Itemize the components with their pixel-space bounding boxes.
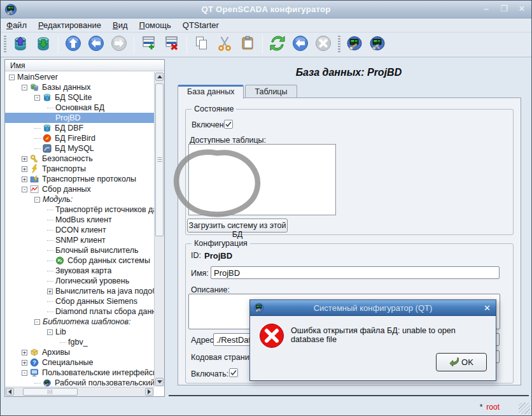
collapse-icon[interactable]: - (34, 319, 40, 325)
menu-файл[interactable]: Файл (1, 19, 32, 31)
vertical-scroll-thumb[interactable] (155, 83, 164, 236)
tree-item-сбор-данных[interactable]: -Сбор данных (5, 184, 154, 194)
tree-item-пользовательские-интерфейсы[interactable]: -Пользовательские интерфейсы (5, 368, 154, 378)
tree-item-модуль-[interactable]: -Модуль: (5, 194, 154, 204)
tree-item-label: Блочный вычислитель (55, 246, 139, 255)
menu-qtstarter[interactable]: QTStarter (177, 19, 225, 31)
tree-item-сбор-данных-siemens[interactable]: Сбор данных Siemens (5, 296, 154, 306)
tree-item-бд-firebird[interactable]: БД FireBird (5, 133, 154, 143)
enable-checkbox[interactable] (229, 368, 238, 377)
toolbar-drag-handle[interactable] (3, 36, 7, 54)
collapse-icon[interactable]: - (22, 187, 27, 192)
expand-icon[interactable]: + (22, 360, 27, 366)
menu-вид[interactable]: Вид (107, 19, 134, 31)
oscada-cfg-icon (368, 34, 386, 55)
qt-ui-button[interactable] (344, 34, 365, 55)
toolbar-drag-handle[interactable] (337, 36, 341, 54)
tree-item-библиотека-шаблонов-[interactable]: -Библиотека шаблонов: (5, 317, 154, 327)
load-from-db-button[interactable] (10, 34, 31, 55)
tree-item-diamond-платы-сбора-данны[interactable]: Diamond платы сбора данны (5, 306, 154, 317)
tree-item-основная-бд[interactable]: Основная БД (5, 103, 154, 113)
tree-item-логический-уровень[interactable]: Логический уровень (5, 276, 154, 286)
expand-icon[interactable]: + (22, 156, 27, 162)
tree-item-блочный-вычислитель[interactable]: Блочный вычислитель (5, 245, 154, 255)
protocol-icon (30, 175, 39, 183)
tree-item-mainserver[interactable]: -MainServer (5, 72, 154, 82)
tree-item-специальные[interactable]: +?Специальные (5, 357, 154, 368)
collapse-icon[interactable]: - (47, 329, 53, 335)
expand-icon[interactable]: + (47, 289, 53, 294)
expand-icon[interactable]: + (22, 166, 27, 172)
save-to-db-button[interactable] (32, 34, 54, 55)
collapse-icon[interactable]: - (9, 75, 15, 80)
tree-item-бд-mysql[interactable]: БД MySQL (5, 143, 154, 154)
refresh-button[interactable] (267, 34, 288, 55)
tree-item-fgbv-[interactable]: fgbv_ (5, 337, 154, 347)
copy-button[interactable] (191, 34, 213, 55)
tree-item-архивы[interactable]: +Архивы (5, 347, 154, 357)
add-item-button[interactable] (138, 34, 160, 55)
name-input[interactable] (211, 266, 500, 279)
start-button[interactable] (290, 34, 311, 55)
tab-database[interactable]: База данных (178, 85, 244, 99)
tree-item-звуковая-карта[interactable]: Звуковая карта (5, 266, 154, 276)
tree-item-безопасность[interactable]: +Безопасность (5, 154, 154, 164)
close-button[interactable]: ✕ (516, 3, 528, 15)
tree-item-modbus-клиент[interactable]: ModBus клиент (5, 215, 154, 225)
tree-item-базы-данных[interactable]: -Базы данных (5, 82, 154, 92)
resize-grip-icon[interactable] (519, 403, 530, 414)
tree-item-транспорты[interactable]: +Транспорты (5, 164, 154, 174)
qt-cfg-button[interactable] (367, 34, 388, 55)
tree-item-транспорт-р-источников-дан[interactable]: Транспортёр источников дан (5, 204, 154, 215)
dialog-close-icon[interactable]: ✕ (484, 303, 491, 313)
tree-vertical-scrollbar[interactable] (154, 72, 164, 387)
ok-button[interactable]: OK (436, 353, 487, 371)
expand-icon[interactable]: + (22, 350, 27, 355)
collapse-icon[interactable]: - (34, 197, 40, 203)
tree-item-рабочий-пользовательский[interactable]: Рабочий пользовательский (5, 378, 154, 387)
scroll-up-icon[interactable] (155, 73, 164, 81)
current-user: root (486, 403, 500, 412)
forward-button[interactable] (108, 34, 130, 55)
maximize-button[interactable]: ❐ (498, 3, 510, 15)
tree-item-projbd[interactable]: ProjBD (5, 113, 154, 123)
collapse-icon[interactable]: - (22, 85, 27, 90)
cut-button[interactable] (214, 34, 235, 55)
tree-item-snmp-клиент[interactable]: SNMP клиент (5, 235, 154, 245)
archive-icon (30, 348, 39, 357)
minimize-button[interactable]: – (480, 3, 492, 15)
tree-item-бд-sqlite[interactable]: -БД SQLite (5, 92, 154, 103)
tree-item-бд-dbf[interactable]: БД DBF (5, 123, 154, 133)
expand-icon[interactable]: + (22, 176, 27, 182)
paste-button[interactable] (237, 34, 258, 55)
collapse-icon[interactable]: - (22, 370, 27, 376)
tree-column-header[interactable]: Имя (5, 60, 164, 71)
tree-item-dcon-клиент[interactable]: DCON клиент (5, 225, 154, 235)
tree-item-вычислитель-на-java-подоби[interactable]: +Вычислитель на java подоби (5, 286, 154, 296)
collapse-icon[interactable]: - (34, 95, 40, 101)
enabled-checkbox[interactable] (224, 120, 233, 129)
scroll-right-icon[interactable] (145, 388, 153, 396)
load-system-button[interactable]: Загрузить систему из этой БД (187, 219, 288, 233)
tree-horizontal-scrollbar[interactable] (5, 387, 154, 396)
horizontal-scroll-thumb[interactable] (23, 388, 78, 396)
tab-tables[interactable]: Таблицы (245, 85, 297, 98)
scroll-left-icon[interactable] (6, 388, 14, 396)
dialog-titlebar: Системный конфигуратор (QT) ✕ (250, 300, 496, 316)
tree-item-lib[interactable]: -Lib (5, 327, 154, 337)
menu-помощь[interactable]: Помощь (134, 19, 177, 31)
tree-item-label: Безопасность (42, 154, 93, 163)
tables-listbox[interactable] (188, 144, 336, 215)
tree-item-label: ModBus клиент (55, 215, 112, 224)
tree-item-сбор-данных-системы[interactable]: Сбор данных системы (5, 255, 154, 266)
stop-button[interactable] (312, 34, 334, 55)
tables-label: Доступные таблицы: (190, 136, 266, 145)
back-button[interactable] (85, 34, 107, 55)
lightning-icon (30, 164, 39, 173)
scroll-down-icon[interactable] (155, 378, 164, 386)
menu-редактирование[interactable]: Редактирование (32, 19, 107, 31)
app-window: QT OpenSCADA конфигуратор – ❐ ✕ ФайлРеда… (0, 0, 532, 416)
tree-item-транспортные-протоколы[interactable]: +Транспортные протоколы (5, 174, 154, 184)
up-level-button[interactable] (62, 34, 84, 55)
delete-item-button[interactable] (161, 34, 183, 55)
